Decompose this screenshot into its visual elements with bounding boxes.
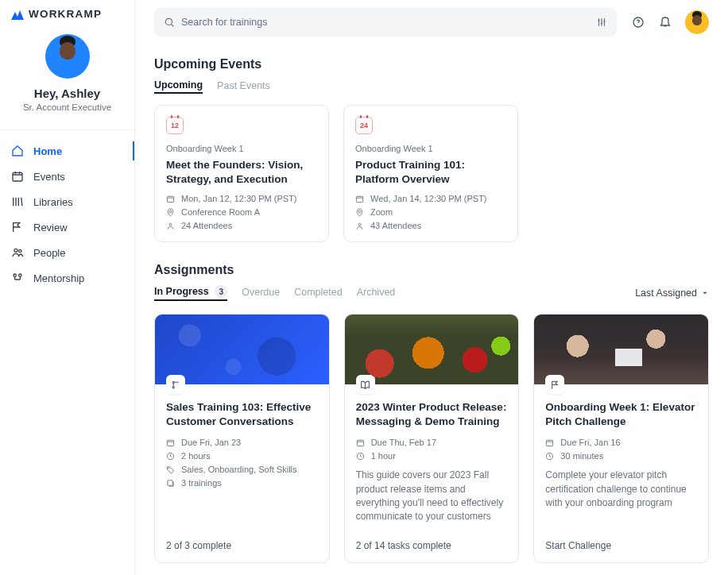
guide-icon (356, 375, 375, 394)
filter-icon[interactable] (596, 17, 607, 28)
card-thumbnail (155, 315, 329, 384)
calendar-icon (11, 170, 24, 183)
svg-point-17 (168, 468, 169, 469)
nav-libraries-label: Libraries (33, 196, 73, 208)
search-bar[interactable] (154, 8, 617, 37)
svg-rect-18 (168, 480, 172, 485)
person-icon (355, 222, 364, 230)
svg-point-5 (165, 18, 172, 25)
nav-events[interactable]: Events (0, 164, 134, 189)
nav-libraries[interactable]: Libraries (0, 189, 134, 214)
bell-icon (659, 16, 672, 29)
assignment-card[interactable]: Onboarding Week 1: Elevator Pitch Challe… (533, 314, 709, 563)
help-icon (632, 16, 645, 29)
tab-archived[interactable]: Archived (357, 287, 396, 299)
event-date-badge: 24 (355, 117, 373, 134)
event-attendees: 24 Attendees (166, 221, 317, 230)
nav-people-label: People (33, 247, 65, 259)
nav-people[interactable]: People (0, 240, 134, 265)
tab-in-progress[interactable]: In Progress 3 (154, 285, 227, 301)
svg-point-1 (14, 249, 17, 252)
main-content: Upcoming Events Upcoming Past Events 12 … (135, 0, 728, 575)
person-icon (166, 222, 175, 230)
assignment-tags: Sales, Onboarding, Soft Skills (166, 465, 318, 474)
calendar-small-icon (355, 195, 364, 203)
location-icon (166, 208, 175, 217)
location-icon (355, 208, 364, 217)
assignments-heading: Assignments (154, 263, 709, 277)
tab-overdue[interactable]: Overdue (242, 287, 280, 299)
flag-icon (11, 221, 24, 233)
assignment-duration-text: 1 hour (371, 451, 396, 461)
assignment-due: Due Fri, Jan 16 (545, 438, 697, 447)
tag-icon (166, 465, 175, 474)
event-location: Zoom (355, 207, 506, 217)
clock-icon (545, 452, 554, 461)
event-time: Mon, Jan 12, 12:30 PM (PST) (166, 194, 317, 203)
divider (0, 129, 134, 130)
event-label: Onboarding Week 1 (355, 144, 506, 153)
nav-home[interactable]: Home (0, 138, 134, 164)
in-progress-count: 3 (215, 285, 227, 298)
assignments-tabs: In Progress 3 Overdue Completed Archived… (154, 285, 709, 301)
svg-rect-15 (167, 440, 173, 446)
svg-rect-19 (357, 440, 363, 446)
clock-icon (166, 452, 175, 461)
event-time-text: Wed, Jan 14, 12:30 PM (PST) (370, 194, 487, 203)
people-icon (11, 246, 24, 259)
assignment-card[interactable]: 2023 Winter Product Release: Messaging &… (344, 314, 520, 563)
nav-review-label: Review (33, 222, 68, 233)
calendar-small-icon (545, 438, 554, 447)
svg-rect-0 (13, 172, 22, 181)
assignment-subcount: 3 trainings (166, 478, 318, 488)
calendar-small-icon (356, 438, 365, 447)
card-thumbnail (345, 315, 519, 384)
svg-rect-10 (356, 196, 362, 202)
assignment-title: Onboarding Week 1: Elevator Pitch Challe… (545, 400, 697, 428)
svg-point-4 (19, 274, 21, 276)
event-card[interactable]: 12 Onboarding Week 1 Meet the Founders: … (154, 105, 329, 242)
tab-past-events[interactable]: Past Events (217, 80, 270, 93)
assignment-duration-text: 2 hours (181, 451, 211, 461)
chevron-down-icon (701, 289, 709, 297)
notifications-button[interactable] (658, 15, 672, 29)
search-input[interactable] (181, 17, 596, 28)
brand-name: WORKRAMP (29, 8, 102, 20)
event-title: Meet the Founders: Vision, Strategy, and… (166, 158, 317, 186)
sidebar: WORKRAMP Hey, Ashley Sr. Account Executi… (0, 0, 135, 575)
sort-label: Last Assigned (635, 288, 697, 299)
user-avatar[interactable] (45, 34, 90, 79)
assignment-footer: 2 of 3 complete (155, 532, 329, 562)
assignment-card[interactable]: Sales Training 103: Effective Customer C… (154, 314, 330, 563)
event-attendees-text: 43 Attendees (370, 221, 421, 230)
event-card[interactable]: 24 Onboarding Week 1 Product Training 10… (343, 105, 518, 242)
svg-point-12 (358, 223, 361, 226)
search-icon (164, 17, 175, 28)
assignment-title: Sales Training 103: Effective Customer C… (166, 400, 318, 428)
nav-events-label: Events (33, 171, 65, 183)
assignment-footer[interactable]: Start Challenge (534, 532, 708, 562)
event-title: Product Training 101: Platform Overview (355, 158, 506, 186)
event-attendees: 43 Attendees (355, 221, 506, 230)
workramp-logo-icon (11, 9, 24, 20)
brand-logo[interactable]: WORKRAMP (0, 6, 134, 31)
stack-icon (166, 479, 175, 488)
tab-in-progress-label: In Progress (154, 286, 209, 297)
help-button[interactable] (631, 15, 645, 29)
svg-point-2 (19, 249, 21, 252)
topbar-avatar[interactable] (685, 10, 709, 34)
tab-upcoming[interactable]: Upcoming (154, 79, 203, 94)
events-tabs: Upcoming Past Events (154, 79, 709, 94)
assignments-section: Assignments In Progress 3 Overdue Comple… (154, 263, 709, 563)
assignment-desc: Complete your elevator pitch certificati… (545, 469, 697, 510)
user-role: Sr. Account Executive (23, 102, 111, 112)
event-attendees-text: 24 Attendees (181, 221, 232, 230)
assignment-tags-text: Sales, Onboarding, Soft Skills (181, 465, 297, 474)
sort-dropdown[interactable]: Last Assigned (635, 288, 709, 299)
library-icon (11, 195, 24, 208)
nav-mentorship[interactable]: Mentorship (0, 265, 134, 291)
nav-review[interactable]: Review (0, 214, 134, 240)
card-thumbnail (534, 315, 708, 384)
tab-completed[interactable]: Completed (294, 287, 342, 299)
assignment-due-text: Due Fri, Jan 23 (181, 438, 241, 447)
